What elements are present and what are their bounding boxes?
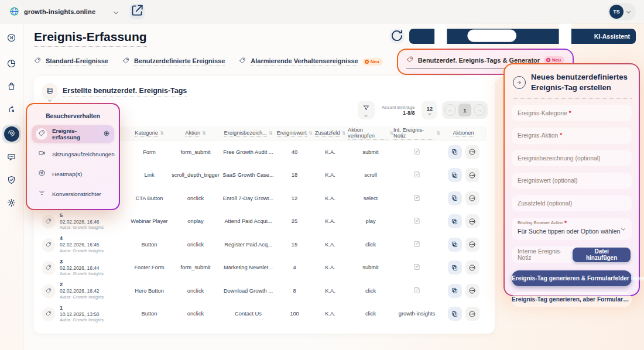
site-selector[interactable]: growth-insights.online	[9, 6, 118, 16]
cell-wert: 15	[276, 242, 313, 248]
cell-wert: 40	[276, 149, 313, 155]
copy-button[interactable]	[448, 191, 462, 205]
more-button[interactable]	[465, 214, 479, 228]
menu-item-konversionstrichter[interactable]: Konversionstrichter	[32, 185, 114, 203]
ai-assistant-button[interactable]: KI-Assistent	[409, 29, 636, 44]
cell-zusatzfeld: K.A.	[313, 311, 348, 317]
sidebar-item-settings[interactable]	[4, 195, 20, 212]
cell-zusatzfeld: K.A.	[313, 195, 348, 201]
shield-check-icon	[6, 175, 16, 187]
copy-button[interactable]	[448, 284, 462, 298]
refresh-button[interactable]	[389, 29, 405, 44]
site-logo-icon	[9, 6, 19, 16]
copy-button[interactable]	[448, 214, 462, 228]
table-row[interactable]: 202.02.2026, 16:42Autor: Growth Insights…	[42, 279, 487, 303]
internal-note-field[interactable]: Interne Ereignis-Notiz Datei hinzufügen	[512, 246, 632, 263]
more-button[interactable]	[465, 260, 479, 274]
menu-item-heatmaps[interactable]: Heatmap(s)	[32, 165, 114, 183]
sort-icon: ⇅	[269, 131, 273, 136]
table-row[interactable]: 502.02.2026, 16:46Autor: Growth Insights…	[42, 210, 487, 234]
cell-notiz: growth-insights	[393, 311, 440, 317]
tag-icon	[34, 56, 42, 67]
user-menu[interactable]: TS	[608, 3, 636, 20]
topbar: growth-insights.online TS	[0, 0, 644, 23]
tab-alarmierende-verhaltensereignisse[interactable]: Alarmierende Verhaltensereignisse Neu	[239, 56, 383, 67]
more-button[interactable]	[465, 191, 479, 205]
copy-button[interactable]	[448, 260, 462, 274]
column-header[interactable]: Kategorie⇅	[128, 130, 171, 137]
tag-icon	[42, 284, 55, 297]
cell-wert: 100	[276, 311, 313, 317]
sidebar-item-privacy[interactable]	[4, 173, 20, 189]
copy-button[interactable]	[448, 168, 462, 182]
note-icon	[413, 217, 421, 226]
more-button[interactable]	[465, 145, 479, 159]
add-file-button[interactable]: Datei hinzufügen	[573, 248, 631, 262]
generate-and-clear-button[interactable]: Ereignis-Tag generieren & Formularfelder…	[512, 270, 632, 286]
more-button[interactable]	[465, 307, 479, 321]
open-site-button[interactable]	[129, 4, 145, 19]
tab-benutzerdefinierte-ereignisse[interactable]: Benutzerdefinierte Ereignisse	[122, 56, 225, 67]
cell-bezeichnung: SaaS Growth Case...	[220, 172, 276, 178]
cell-kategorie: Form	[128, 149, 171, 155]
cell-bezeichnung: Contact Us	[220, 311, 276, 317]
cell-notiz	[393, 286, 440, 296]
table-row[interactable]: 402.02.2026, 16:45Autor: Growth Insights…	[42, 233, 487, 256]
panel-input-field[interactable]: Ereignis-Kategorie*	[512, 105, 632, 121]
sidebar-collapse-icon[interactable]	[4, 29, 20, 46]
column-header[interactable]: Zusatzfeld⇅	[313, 130, 348, 137]
note-icon	[413, 147, 421, 157]
tab-standard-ereignisse[interactable]: Standard-Ereignisse	[34, 56, 108, 67]
panel-input-field[interactable]: Ereignis-Aktion*	[512, 128, 632, 144]
sidebar-item-chat[interactable]	[4, 150, 20, 166]
sidebar-item-events-active[interactable]	[2, 125, 21, 143]
panel-input-field[interactable]: Ereigniswert (optional)	[512, 173, 632, 189]
site-name: growth-insights.online	[24, 8, 95, 15]
cell-aktionen	[440, 260, 487, 274]
binding-browser-action-select[interactable]: Binding Browser Action * Für Suche tippe…	[512, 218, 632, 240]
tag-icon	[42, 307, 55, 320]
prev-page-button[interactable]: ←	[444, 104, 456, 116]
sidebar-item-behavior[interactable]	[4, 102, 20, 118]
cell-notiz	[393, 217, 440, 226]
current-page[interactable]: 1	[458, 104, 471, 116]
tag-icon	[42, 215, 55, 228]
cell-bezeichnung: Marketing Newslet...	[220, 265, 276, 270]
video-icon	[38, 149, 46, 159]
column-header[interactable]: Aktion⇅	[171, 130, 220, 137]
copy-button[interactable]	[448, 145, 462, 159]
page-size-select[interactable]: 12	[422, 101, 437, 119]
note-icon	[413, 170, 421, 180]
panel-input-field[interactable]: Ereignisbezeichnung (optional)	[512, 150, 632, 166]
more-button[interactable]	[465, 168, 479, 182]
table-toolbar: Anzahl Einträge 1-8/8 12 ← 1 →	[358, 101, 488, 119]
copy-button[interactable]	[448, 238, 462, 252]
more-button[interactable]	[465, 284, 479, 298]
menu-item-ereignis-erfassung[interactable]: Ereignis-Erfassung	[32, 125, 114, 143]
column-header[interactable]: Int. Ereignis-Notiz⇅	[393, 127, 440, 140]
cell-bezeichnung: Register Paid Acq...	[220, 242, 276, 248]
database-icon[interactable]	[42, 83, 57, 98]
cell-aktion: onplay	[171, 218, 220, 224]
menu-item-sitzungsaufzeichnungen[interactable]: Sitzungsaufzeichnungen	[32, 145, 114, 163]
table-row[interactable]: 302.02.2026, 16:44Autor: Growth Insights…	[42, 256, 487, 280]
cell-verknuepfen: click	[348, 288, 393, 294]
copy-button[interactable]	[448, 307, 462, 321]
cell-wert: 4	[276, 265, 313, 270]
cell-zusatzfeld: K.A.	[313, 218, 348, 224]
table-row[interactable]: 110.12.2025, 13:50Autor: Growth Insights…	[42, 303, 487, 326]
create-event-tag-panel: Neues benutzerdefiniertes Ereignis-Tag e…	[503, 63, 640, 296]
cell-bezeichnung: Download Growth ...	[220, 288, 276, 294]
note-icon	[413, 263, 421, 272]
next-page-button[interactable]: →	[474, 104, 485, 116]
panel-input-field[interactable]: Zusatzfeld (optional)	[512, 195, 632, 211]
generate-keep-inputs-button[interactable]: Ereignis-Tag generieren, aber Formularei…	[512, 292, 632, 307]
column-header[interactable]: Ereigniswert⇅	[276, 130, 313, 137]
column-header[interactable]: Ereignisbezeich...⇅	[220, 130, 276, 137]
column-header[interactable]: Aktion verknüpfen⇅	[348, 127, 393, 140]
more-button[interactable]	[465, 238, 479, 252]
sidebar-item-shop[interactable]	[4, 79, 20, 95]
sidebar-item-analytics[interactable]	[4, 56, 20, 73]
row-meta: 202.02.2026, 16:42Autor: Growth Insights	[42, 282, 128, 300]
filter-button[interactable]	[358, 101, 375, 119]
